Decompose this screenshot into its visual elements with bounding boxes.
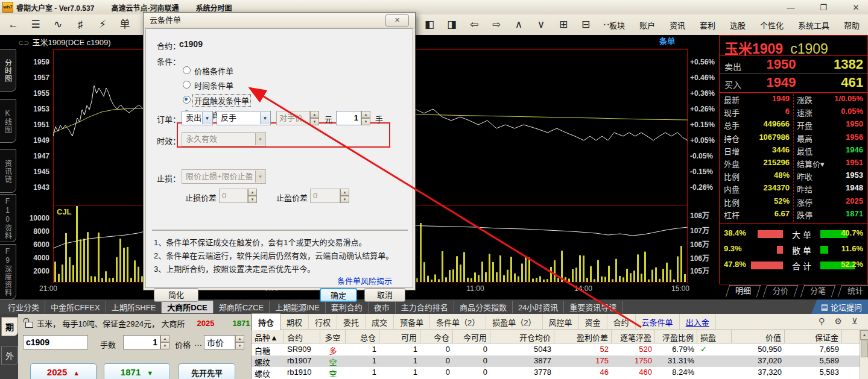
radio-label[interactable]: 时间条件单 — [193, 80, 235, 91]
table-row[interactable]: 螺纹rb1910空11003778464608.24%37,3205,583 — [252, 367, 860, 378]
table-row[interactable]: 螺纹rb1907空11003877175175031.31%37,0205,58… — [252, 356, 860, 367]
chart-tab-分时图[interactable]: 分时图 — [0, 49, 16, 92]
collapse-down-icon[interactable]: ∨ — [532, 17, 550, 32]
market-tab-郑商所CZCE[interactable]: 郑商所CZCE — [214, 301, 270, 313]
col-header-保证金[interactable]: 保证金 — [785, 330, 842, 343]
quote-tab-统计[interactable]: 统计 — [838, 285, 868, 297]
market-tab-主力合约排名[interactable]: 主力合约排名 — [396, 301, 454, 313]
sell-limit-button[interactable]: 1871▼ — [104, 363, 170, 379]
col-header-损盈[interactable]: 损盈 — [697, 330, 732, 343]
price-stepper[interactable]: ▲▼ — [235, 335, 244, 349]
dialog-close-button[interactable]: ✕ — [385, 14, 409, 27]
radio-label[interactable]: 价格条件单 — [193, 65, 235, 77]
market-tab-中金所CFFEX[interactable]: 中金所CFFEX — [45, 301, 106, 313]
positions-tab-预备单[interactable]: 预备单 — [394, 314, 430, 330]
menu-选股[interactable]: 选股 — [729, 18, 747, 32]
line-chart-icon[interactable]: ∿ — [49, 17, 67, 32]
market-tab-行业分类[interactable]: 行业分类 — [2, 301, 45, 313]
back-icon[interactable]: ← — [4, 17, 22, 32]
qty-input[interactable] — [123, 335, 160, 349]
chart-tab-资讯链[interactable]: 资讯链 — [0, 149, 16, 193]
arrow-right-icon[interactable]: ⇨ — [487, 17, 505, 32]
lightning-order-icon[interactable]: ⚡ — [93, 17, 112, 32]
cancel-button[interactable]: 取消 — [364, 288, 405, 302]
positions-tab-条件单（2）[interactable]: 条件单（2） — [430, 314, 486, 330]
positions-table-header[interactable]: 品种▲合约多空总仓可用今仓今可用开仓均价盈利价差逐笔浮盈浮盈比例损盈价值保证金 — [252, 330, 860, 343]
col-header-可用[interactable]: 可用 — [379, 330, 420, 343]
chart-tab-K线图[interactable]: K线图 — [0, 99, 16, 143]
quote-tab-分价[interactable]: 分价 — [763, 285, 798, 297]
side-tab-外[interactable]: 外 — [1, 346, 18, 365]
positions-tab-资金[interactable]: 资金 — [579, 314, 607, 330]
menu-资讯[interactable]: 资讯 — [668, 18, 686, 32]
menu-套利[interactable]: 套利 — [699, 18, 717, 32]
menu-系统工具[interactable]: 系统工具 — [797, 18, 831, 32]
market-tab-套利合约[interactable]: 套利合约 — [326, 301, 369, 313]
dialog-qty-input[interactable]: 1 — [336, 111, 361, 125]
col-header-今可用[interactable]: 今可用 — [453, 330, 490, 343]
cascade-icon[interactable]: ⊟ — [577, 17, 595, 32]
minimize-button[interactable]: — — [782, 3, 799, 12]
positions-tab-云条件单[interactable]: 云条件单 — [636, 314, 680, 330]
grid-layout-icon[interactable]: ⊞ — [554, 17, 572, 32]
pane-left-icon[interactable]: ◧ — [420, 17, 439, 32]
radio-label[interactable]: 开盘触发条件单 — [193, 95, 250, 106]
positions-tab-风控单[interactable]: 风控单 — [543, 314, 579, 330]
dialog-titlebar[interactable]: 云条件单 — [144, 13, 415, 28]
positions-tab-持仓[interactable]: 持仓 — [252, 313, 280, 331]
pane-right-icon[interactable]: ◨ — [443, 17, 461, 32]
price-options-button[interactable]: … — [194, 339, 202, 348]
qty-stepper[interactable]: ▲▼ — [160, 335, 169, 349]
collapse-icon[interactable]: ⊻ — [852, 316, 858, 326]
contract-input[interactable] — [23, 335, 88, 349]
candlestick-icon[interactable]: ♯ — [71, 17, 89, 32]
positions-tab-合约[interactable]: 合约 — [607, 314, 636, 330]
market-tab-大商所DCE[interactable]: 大商所DCE — [162, 301, 213, 313]
col-header-今仓[interactable]: 今仓 — [420, 330, 453, 343]
buy-limit-button[interactable]: 2025▲ — [30, 363, 97, 379]
quick-condition-order-link[interactable]: 条单 — [659, 35, 675, 46]
positions-tab-委托[interactable]: 委托 — [337, 314, 366, 330]
gear-icon[interactable]: ⚙ — [834, 316, 842, 326]
scroll-thumb[interactable] — [861, 340, 868, 357]
col-header-逐笔浮盈[interactable]: 逐笔浮盈 — [612, 330, 655, 343]
menu-账户[interactable]: 账户 — [638, 18, 656, 32]
radio-价格条件单[interactable] — [183, 66, 191, 74]
col-header-浮盈比例[interactable]: 浮盈比例 — [655, 330, 697, 343]
pin-icon[interactable]: ⚲ — [819, 316, 825, 326]
scroll-up-icon[interactable]: ▲ — [860, 330, 868, 340]
radio-开盘触发条件单[interactable] — [183, 96, 191, 104]
chart-tab-F10资料[interactable]: F10资料 — [0, 194, 16, 242]
price-input[interactable] — [204, 335, 235, 349]
table-scrollbar[interactable]: ▲ — [860, 330, 868, 379]
col-header-多空[interactable]: 多空 — [320, 330, 346, 343]
positions-tab-期权[interactable]: 期权 — [280, 314, 309, 330]
forum-button[interactable]: ▤ 论坛提问 — [811, 299, 868, 314]
positions-tab-损盈单（2）[interactable]: 损盈单（2） — [486, 314, 542, 330]
market-tab-上期能源INE[interactable]: 上期能源INE — [270, 301, 326, 313]
side-select[interactable]: 卖出▼ — [182, 111, 213, 125]
col-header-品种[interactable]: 品种▲ — [252, 330, 284, 343]
trigger-price-stepper[interactable]: ▲▼ — [310, 111, 319, 125]
col-header-开仓均价[interactable]: 开仓均价 — [490, 330, 554, 343]
market-tab-商品分类指数[interactable]: 商品分类指数 — [454, 301, 513, 313]
ok-button[interactable]: 确定 — [320, 288, 357, 302]
radio-时间条件单[interactable] — [183, 81, 191, 89]
restore-button[interactable]: ❐ — [815, 3, 832, 12]
market-tab-24小时资讯[interactable]: 24小时资讯 — [513, 301, 564, 313]
close-button[interactable]: ✕ — [847, 3, 864, 12]
menu-板块[interactable]: 板块 — [608, 18, 626, 32]
fifo-button[interactable]: 先开先平 — [179, 363, 235, 379]
chart-tab-F9深度资料[interactable]: F9深度资料 — [0, 244, 16, 299]
quote-tab-明细[interactable]: 明细 — [726, 285, 761, 297]
market-tab-上期所SHFE[interactable]: 上期所SHFE — [106, 301, 162, 313]
menu-个性化[interactable]: 个性化 — [759, 18, 785, 32]
positions-tab-成交[interactable]: 成交 — [366, 314, 394, 330]
offset-select[interactable]: 反手▼ — [217, 111, 271, 125]
arrow-left-icon[interactable]: ⇦ — [465, 17, 483, 32]
quote-tab-分笔[interactable]: 分笔 — [800, 285, 835, 297]
positions-tab-行权[interactable]: 行权 — [309, 314, 337, 330]
simplify-button[interactable]: 简化 — [154, 288, 198, 302]
col-header-合约[interactable]: 合约 — [284, 330, 320, 343]
risk-disclosure-link[interactable]: 条件单风险揭示 — [337, 275, 392, 286]
